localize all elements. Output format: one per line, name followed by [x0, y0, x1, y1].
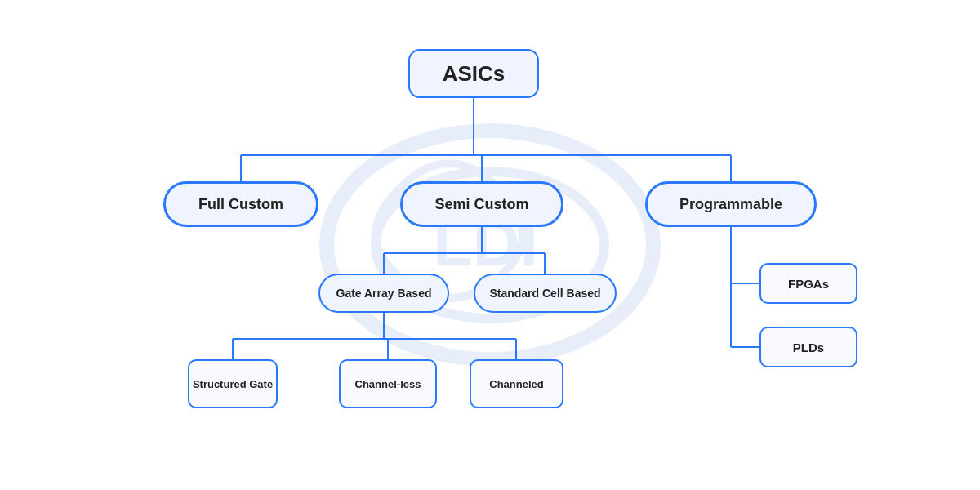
svg-point-0	[327, 131, 653, 359]
node-asics: ASICs	[408, 49, 539, 98]
node-fpgas: FPGAs	[760, 263, 858, 304]
watermark: LDI	[318, 114, 662, 376]
node-fpgas-label: FPGAs	[788, 277, 829, 291]
node-gate-array-label: Gate Array Based	[336, 287, 432, 300]
node-channeled-label: Channeled	[489, 378, 543, 390]
node-full-custom: Full Custom	[163, 181, 318, 227]
node-programmable-label: Programmable	[679, 196, 782, 213]
node-programmable: Programmable	[645, 181, 817, 227]
node-semi-custom: Semi Custom	[400, 181, 564, 227]
node-asics-label: ASICs	[443, 61, 506, 87]
node-channeled: Channeled	[470, 359, 564, 408]
node-plds: PLDs	[760, 327, 858, 368]
diagram-container: LDI	[0, 0, 980, 490]
node-full-custom-label: Full Custom	[198, 196, 283, 213]
node-gate-array: Gate Array Based	[318, 274, 449, 313]
node-structured-gate-label: Structured Gate	[193, 378, 273, 390]
node-channelless-label: Channel-less	[355, 378, 421, 390]
node-plds-label: PLDs	[793, 341, 824, 354]
node-standard-cell-label: Standard Cell Based	[489, 287, 600, 300]
node-semi-custom-label: Semi Custom	[434, 196, 528, 213]
node-channelless: Channel-less	[339, 359, 437, 408]
node-structured-gate: Structured Gate	[188, 359, 278, 408]
node-standard-cell: Standard Cell Based	[474, 274, 617, 313]
